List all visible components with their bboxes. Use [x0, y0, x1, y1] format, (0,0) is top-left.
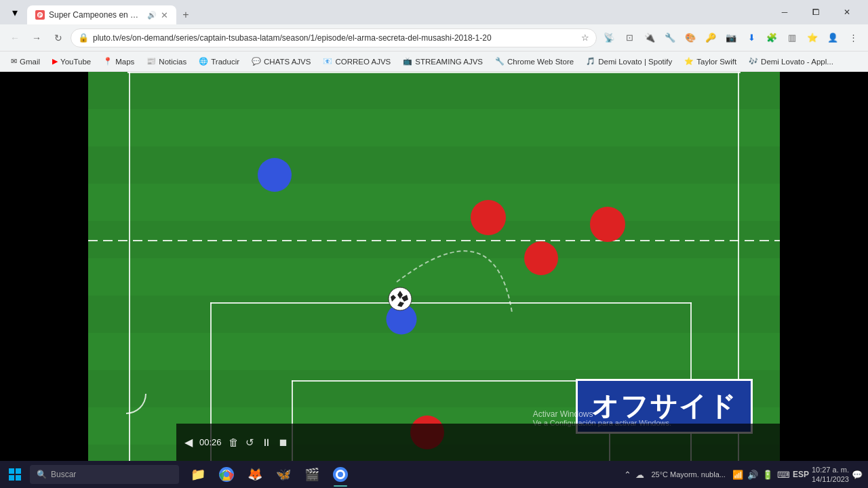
language-indicator[interactable]: ESP [793, 470, 809, 479]
profile-icon[interactable]: 👤 [823, 28, 842, 47]
taskbar: 🔍 Buscar 📁 🦊 🦋 [0, 461, 868, 488]
bookmark-taylor[interactable]: ⭐ Taylor Swift [679, 56, 742, 67]
forward-button[interactable]: → [27, 28, 46, 47]
svg-point-13 [224, 472, 229, 477]
temp-value: 25°C [651, 470, 668, 479]
download-icon[interactable]: ⬇ [742, 28, 761, 47]
title-bar: ▾ P Super Campeones en Pluto 🔊 ✕ + ─ ⧠ ✕ [0, 0, 868, 24]
bookmarks-bar: ✉ Gmail ▶ YouTube 📍 Maps 📰 Noticias 🌐 Tr… [0, 52, 868, 72]
url-text: pluto.tv/es/on-demand/series/captain-tsu… [93, 33, 577, 43]
search-icon: 🔍 [37, 470, 47, 479]
bookmark-webstore[interactable]: 🔧 Chrome Web Store [490, 56, 579, 67]
streaming-icon: 📺 [403, 57, 412, 66]
color-picker-icon[interactable]: 🎨 [681, 28, 700, 47]
bookmark-gmail[interactable]: ✉ Gmail [5, 56, 45, 67]
tab-mute-icon[interactable]: 🔊 [147, 11, 157, 20]
refresh-button[interactable]: ↻ [49, 28, 68, 47]
window-controls: ─ ⧠ ✕ [769, 0, 863, 24]
correo-icon: 📧 [323, 57, 332, 66]
soccer-ball [388, 287, 412, 311]
pause-button[interactable]: ⏸ [261, 436, 271, 448]
svg-rect-10 [16, 475, 21, 481]
bookmark-correo[interactable]: 📧 CORREO AJVS [317, 56, 396, 67]
bookmark-taylor-label: Taylor Swift [696, 58, 736, 66]
bookmark-youtube[interactable]: ▶ YouTube [47, 56, 96, 67]
taskbar-right: ⌃ ☁ 25°C Mayorm. nubla... 📶 🔊 🔋 ⌨ ESP 10… [624, 465, 868, 485]
taskbar-center: 📁 🦊 🦋 🎬 [179, 461, 624, 488]
volume-icon[interactable]: 🔊 [747, 470, 758, 480]
black-left-bar [0, 72, 88, 461]
gmail-icon: ✉ [11, 57, 17, 66]
bookmark-demi-apple[interactable]: 🎶 Demi Lovato - Appl... [743, 56, 839, 67]
bookmark-noticias[interactable]: 📰 Noticias [141, 56, 192, 67]
new-tab-button[interactable]: + [176, 5, 195, 24]
taskbar-app1[interactable]: 🦋 [270, 461, 297, 488]
weather-temp[interactable]: 25°C Mayorm. nubla... [648, 470, 728, 479]
minimize-button[interactable]: ─ [769, 0, 800, 24]
bookmark-streaming[interactable]: 📺 STREAMING AJVS [397, 56, 488, 67]
bookmark-demi-spotify-label: Demi Lovato | Spotify [598, 58, 672, 66]
taskbar-firefox[interactable]: 🦊 [241, 461, 269, 488]
replay-button[interactable]: ↺ [245, 436, 254, 449]
content-area[interactable]: オフサイド Activar Windows Ve a Configuración… [0, 72, 868, 461]
menu-icon[interactable]: ⋮ [844, 28, 863, 47]
taylor-icon: ⭐ [684, 57, 694, 66]
taskbar-chrome[interactable] [213, 461, 240, 488]
back-button[interactable]: ← [5, 28, 24, 47]
traducir-icon: 🌐 [199, 57, 208, 66]
bookmark-gmail-label: Gmail [20, 58, 40, 66]
save-icon[interactable]: ⭐ [803, 28, 822, 47]
lock-icon: 🔒 [78, 33, 89, 43]
extensions-puzzle-icon[interactable]: 🧩 [762, 28, 781, 47]
network-icon[interactable]: 📶 [732, 470, 743, 480]
stop-button[interactable]: ⏹ [278, 436, 288, 448]
sidebar-icon[interactable]: ▥ [783, 28, 802, 47]
extensions-icon-red[interactable]: 🔌 [640, 28, 659, 47]
notification-icon[interactable]: 💬 [852, 470, 863, 480]
browser-window: ▾ P Super Campeones en Pluto 🔊 ✕ + ─ ⧠ ✕… [0, 0, 868, 488]
screenshot-icon[interactable]: 📷 [722, 28, 741, 47]
cast-icon[interactable]: 📡 [599, 28, 618, 47]
maximize-button[interactable]: ⧠ [800, 0, 831, 24]
start-button[interactable] [0, 461, 30, 488]
bookmark-traducir[interactable]: 🌐 Traducir [193, 56, 245, 67]
soccer-field: オフサイド Activar Windows Ve a Configuración… [88, 72, 780, 461]
youtube-icon: ▶ [52, 57, 58, 66]
battery-icon[interactable]: 🔋 [762, 470, 773, 480]
spotify-icon: 🎵 [586, 57, 595, 66]
delete-button[interactable]: 🗑 [229, 436, 239, 448]
bookmark-chats[interactable]: 💬 CHATS AJVS [246, 56, 316, 67]
taskbar-explorer[interactable]: 📁 [184, 461, 212, 488]
password-icon[interactable]: 🔑 [701, 28, 720, 47]
extensions-icon-orange[interactable]: 🔧 [660, 28, 679, 47]
tab-favicon: P [35, 10, 45, 20]
clock[interactable]: 10:27 a. m. 14/11/2023 [812, 465, 849, 485]
tab-dropdown[interactable]: ▾ [5, 3, 24, 22]
keyboard-icon[interactable]: ⌨ [777, 470, 790, 480]
player-red-1 [471, 200, 506, 235]
weather-icon[interactable]: ☁ [635, 470, 644, 480]
black-right-bar [780, 72, 868, 461]
video-controls: ◀ 00:26 🗑 ↺ ⏸ ⏹ [176, 424, 780, 461]
taskbar-chrome-active[interactable] [327, 461, 354, 488]
url-bar[interactable]: 🔒 pluto.tv/es/on-demand/series/captain-t… [71, 28, 597, 47]
svg-point-16 [338, 472, 343, 477]
bookmark-noticias-label: Noticias [159, 58, 186, 66]
rewind-button[interactable]: ◀ [184, 436, 193, 449]
taskbar-search[interactable]: 🔍 Buscar [30, 465, 179, 484]
player-red-2 [590, 207, 625, 242]
active-tab[interactable]: P Super Campeones en Pluto 🔊 ✕ [27, 5, 176, 24]
noticias-icon: 📰 [146, 57, 156, 66]
close-button[interactable]: ✕ [831, 0, 863, 24]
bookmark-demi-spotify[interactable]: 🎵 Demi Lovato | Spotify [580, 56, 677, 67]
screen-capture-icon[interactable]: ⊡ [620, 28, 639, 47]
taskbar-app2[interactable]: 🎬 [298, 461, 326, 488]
tray-up-arrow[interactable]: ⌃ [624, 470, 631, 480]
tab-close-button[interactable]: ✕ [161, 10, 168, 20]
bookmark-streaming-label: STREAMING AJVS [415, 58, 483, 66]
bookmark-star-icon[interactable]: ☆ [581, 33, 589, 43]
player-red-3 [524, 241, 558, 275]
bookmark-maps[interactable]: 📍 Maps [98, 56, 140, 67]
bookmark-traducir-label: Traducir [211, 58, 239, 66]
webstore-icon: 🔧 [495, 57, 505, 66]
